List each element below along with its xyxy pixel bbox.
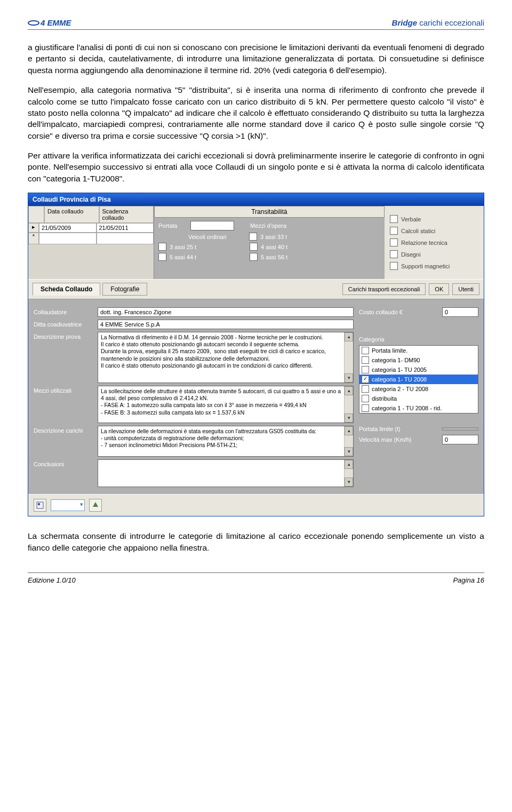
textarea-conclusioni[interactable]: ▴▾ xyxy=(98,459,354,487)
window-titlebar: Collaudi Provincia di Pisa xyxy=(28,193,484,206)
input-velocita-max[interactable]: 0 xyxy=(442,435,478,444)
checkbox-cat-1-dm90[interactable] xyxy=(362,356,369,364)
scrollbar[interactable]: ▴▾ xyxy=(344,386,353,423)
scroll-down-icon[interactable]: ▾ xyxy=(345,477,353,487)
label-ditta: Ditta coadiuvatrice xyxy=(34,320,98,328)
cat-item: categoria 1 - TU 2008 - rid. xyxy=(372,405,442,411)
input-portata[interactable] xyxy=(190,221,234,230)
checkbox-3assi-33t[interactable] xyxy=(249,233,257,241)
tool-icon-1[interactable] xyxy=(34,499,46,512)
cat-item: categoria 1- TU 2005 xyxy=(372,367,427,373)
scroll-up-icon[interactable]: ▴ xyxy=(345,386,353,395)
app-window: Collaudi Provincia di Pisa Data collaudo… xyxy=(28,193,484,516)
docs-panel: Verbale Calcoli statici Relazione tecnic… xyxy=(385,206,484,279)
checkbox-cat-1-tu2008[interactable]: ✓ xyxy=(362,376,369,383)
footer-page: Pagina 16 xyxy=(453,576,484,584)
label-supporti-magnetici: Supporti magnetici xyxy=(401,263,450,269)
paragraph-2: Nell'esempio, alla categoria normativa "… xyxy=(28,84,484,141)
checkbox-5assi-44t[interactable] xyxy=(158,253,166,261)
checkbox-3assi-25t[interactable] xyxy=(158,243,166,251)
input-collaudatore[interactable]: dott. ing. Francesco Zigone xyxy=(98,307,354,317)
label-portata-limite: Portata limite (t) xyxy=(359,426,442,432)
cell-scadenza-collaudo[interactable]: 21/05/2011 xyxy=(97,223,154,233)
combo-toolbar[interactable] xyxy=(51,499,85,511)
label-relazione-tecnica: Relazione tecnica xyxy=(401,240,447,246)
row-marker-icon[interactable]: ▸ xyxy=(28,223,39,233)
listbox-categoria[interactable]: Portata limite. categoria 1- DM90 catego… xyxy=(359,345,478,413)
label-disegni: Disegni xyxy=(401,251,421,258)
recycle-icon[interactable] xyxy=(89,499,102,512)
label-descrizione-prova: Descrizione prova xyxy=(34,332,98,340)
form-panel: Collaudatore dott. ing. Francesco Zigone… xyxy=(28,299,484,494)
label-conclusioni: Conclusioni xyxy=(34,459,98,467)
cell-empty[interactable] xyxy=(39,233,97,244)
label-mezzi-opera: Mezzi d'opera xyxy=(250,222,286,229)
textarea-mezzi-utilizzati[interactable]: La sollecitazione delle strutture è stat… xyxy=(98,386,354,423)
paragraph-4: La schermata consente di introdurre le c… xyxy=(28,530,484,553)
textarea-descrizione-prova[interactable]: La Normativa di riferimento è il D.M. 14… xyxy=(98,332,354,383)
label-collaudatore: Collaudatore xyxy=(34,307,98,315)
cell-empty[interactable] xyxy=(97,233,154,244)
cat-item-selected: categoria 1- TU 2008 xyxy=(372,376,427,383)
checkbox-cat-2-tu2008[interactable] xyxy=(362,385,369,393)
scroll-down-icon[interactable]: ▾ xyxy=(345,413,353,423)
scrollbar[interactable]: ▴▾ xyxy=(344,426,353,456)
header-title: Bridge carichi eccezionali xyxy=(392,18,484,27)
label-5assi-44t: 5 assi 44 t xyxy=(170,254,250,260)
scroll-up-icon[interactable]: ▴ xyxy=(345,460,353,469)
footer-edition: Edizione 1.0/10 xyxy=(28,576,76,584)
scroll-down-icon[interactable]: ▾ xyxy=(345,447,353,456)
cat-item: categoria 2 - TU 2008 xyxy=(372,386,428,392)
scroll-up-icon[interactable]: ▴ xyxy=(345,332,353,341)
label-3assi-25t: 3 assi 25 t xyxy=(170,244,250,250)
checkbox-cat-1-tu2005[interactable] xyxy=(362,366,369,373)
label-5assi-56t: 5 assi 56 t xyxy=(261,254,287,260)
checkbox-cat-distribuita[interactable] xyxy=(362,395,369,402)
svg-point-0 xyxy=(28,21,39,25)
svg-rect-2 xyxy=(38,503,40,505)
label-descrizione-carichi: Descrizione carichi xyxy=(34,426,98,434)
paragraph-3: Per attivare la verifica informatizzata … xyxy=(28,150,484,184)
col-data-collaudo: Data collaudo xyxy=(44,206,99,223)
checkbox-4assi-40t[interactable] xyxy=(250,243,258,251)
row-new-icon[interactable]: * xyxy=(28,233,39,244)
cell-data-collaudo[interactable]: 21/05/2009 xyxy=(39,223,97,233)
input-costo-collaudo[interactable]: 0 xyxy=(442,307,478,317)
scroll-up-icon[interactable]: ▴ xyxy=(345,426,353,435)
checkbox-disegni[interactable] xyxy=(390,250,398,258)
toolbar xyxy=(28,494,484,516)
label-calcoli-statici: Calcoli statici xyxy=(401,228,435,234)
logo: 4 EMME xyxy=(28,18,71,27)
button-utenti[interactable]: Utenti xyxy=(452,283,479,295)
transitabilita-title: Transitabilità xyxy=(154,206,385,218)
label-costo-collaudo: Costo collaudo € xyxy=(359,309,442,315)
input-ditta[interactable]: 4 EMME Service S.p.A xyxy=(98,320,354,329)
scrollbar[interactable]: ▴▾ xyxy=(344,332,353,383)
label-categoria: Categoria xyxy=(359,336,478,343)
checkbox-calcoli-statici[interactable] xyxy=(390,227,398,235)
logo-text: 4 EMME xyxy=(41,18,71,27)
tab-scheda-collaudo[interactable]: Scheda Collaudo xyxy=(33,283,100,296)
textarea-descrizione-carichi[interactable]: La rilevazione delle deformazioni è stat… xyxy=(98,426,354,457)
tab-row: Scheda Collaudo Fotografie Carichi trasp… xyxy=(28,279,484,299)
checkbox-supporti-magnetici[interactable] xyxy=(390,262,398,270)
checkbox-cat-portata-limite[interactable] xyxy=(362,347,369,354)
label-verbale: Verbale xyxy=(401,216,421,222)
checkbox-5assi-56t[interactable] xyxy=(250,253,258,261)
checkbox-verbale[interactable] xyxy=(390,215,398,223)
checkbox-cat-1-tu2008-rid[interactable] xyxy=(362,404,369,412)
label-velocita-max: Velocità max (Km/h) xyxy=(359,436,442,443)
transitabilita-panel: Transitabilità Portata Mezzi d'opera Vei… xyxy=(154,206,385,279)
label-mezzi-utilizzati: Mezzi utilizzati xyxy=(34,386,98,394)
button-ok[interactable]: OK xyxy=(429,283,449,295)
input-portata-limite[interactable] xyxy=(442,427,478,431)
checkbox-relazione-tecnica[interactable] xyxy=(390,238,398,246)
label-3assi-33t: 3 assi 33 t xyxy=(260,234,287,240)
scroll-down-icon[interactable]: ▾ xyxy=(345,373,353,383)
paragraph-1: a giustificare l'analisi di ponti di cui… xyxy=(28,42,484,76)
scrollbar[interactable]: ▴▾ xyxy=(344,460,353,487)
page-header: 4 EMME Bridge carichi eccezionali xyxy=(28,18,484,30)
cat-item: Portata limite. xyxy=(372,347,407,354)
tab-fotografie[interactable]: Fotografie xyxy=(102,283,147,296)
button-carichi-trasporti[interactable]: Carichi trasporti eccezionali xyxy=(342,283,426,295)
